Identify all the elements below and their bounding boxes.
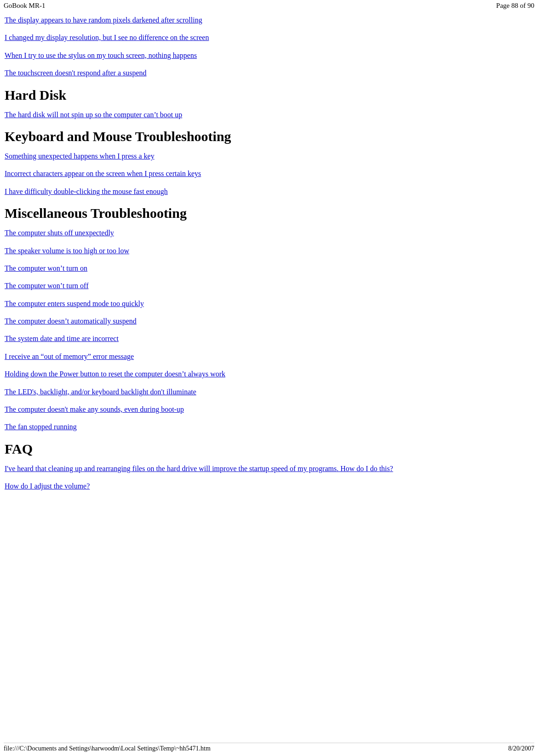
footer-path: file:///C:\Documents and Settings\harwoo… bbox=[4, 745, 211, 752]
link-display3[interactable]: When I try to use the stylus on my touch… bbox=[5, 51, 533, 61]
section-heading-misc: Miscellaneous Troubleshooting bbox=[5, 205, 533, 222]
link-misc-4[interactable]: The computer enters suspend mode too qui… bbox=[5, 299, 533, 309]
link-keyboard-0[interactable]: Something unexpected happens when I pres… bbox=[5, 151, 533, 161]
content-area: The display appears to have random pixel… bbox=[4, 15, 534, 492]
footer-bar: file:///C:\Documents and Settings\harwoo… bbox=[4, 743, 534, 752]
link-hard-disk-0[interactable]: The hard disk will not spin up so the co… bbox=[5, 110, 533, 120]
link-keyboard-1[interactable]: Incorrect characters appear on the scree… bbox=[5, 169, 533, 179]
link-misc-10[interactable]: The computer doesn't make any sounds, ev… bbox=[5, 404, 533, 415]
app-title: GoBook MR-1 bbox=[4, 2, 45, 10]
link-faq-0[interactable]: I've heard that cleaning up and rearrang… bbox=[5, 464, 533, 474]
link-misc-9[interactable]: The LED's, backlight, and/or keyboard ba… bbox=[5, 387, 533, 397]
link-display2[interactable]: I changed my display resolution, but I s… bbox=[5, 33, 533, 43]
link-faq-1[interactable]: How do I adjust the volume? bbox=[5, 481, 533, 491]
link-misc-2[interactable]: The computer won’t turn on bbox=[5, 263, 533, 273]
link-misc-7[interactable]: I receive an “out of memory” error messa… bbox=[5, 352, 533, 362]
section-heading-hard-disk: Hard Disk bbox=[5, 87, 533, 103]
link-keyboard-2[interactable]: I have difficulty double-clicking the mo… bbox=[5, 187, 533, 197]
link-misc-5[interactable]: The computer doesn’t automatically suspe… bbox=[5, 316, 533, 326]
link-misc-11[interactable]: The fan stopped running bbox=[5, 422, 533, 432]
page-info: Page 88 of 90 bbox=[496, 2, 534, 10]
link-display4[interactable]: The touchscreen doesn't respond after a … bbox=[5, 68, 533, 78]
link-misc-0[interactable]: The computer shuts off unexpectedly bbox=[5, 228, 533, 238]
section-heading-keyboard-mouse: Keyboard and Mouse Troubleshooting bbox=[5, 128, 533, 145]
link-misc-3[interactable]: The computer won’t turn off bbox=[5, 281, 533, 291]
link-misc-8[interactable]: Holding down the Power button to reset t… bbox=[5, 369, 533, 379]
footer-date: 8/20/2007 bbox=[508, 745, 534, 752]
link-display1[interactable]: The display appears to have random pixel… bbox=[5, 15, 533, 25]
link-misc-6[interactable]: The system date and time are incorrect bbox=[5, 334, 533, 344]
section-heading-faq: FAQ bbox=[5, 441, 533, 457]
link-misc-1[interactable]: The speaker volume is too high or too lo… bbox=[5, 246, 533, 256]
header-bar: GoBook MR-1 Page 88 of 90 bbox=[4, 0, 534, 11]
